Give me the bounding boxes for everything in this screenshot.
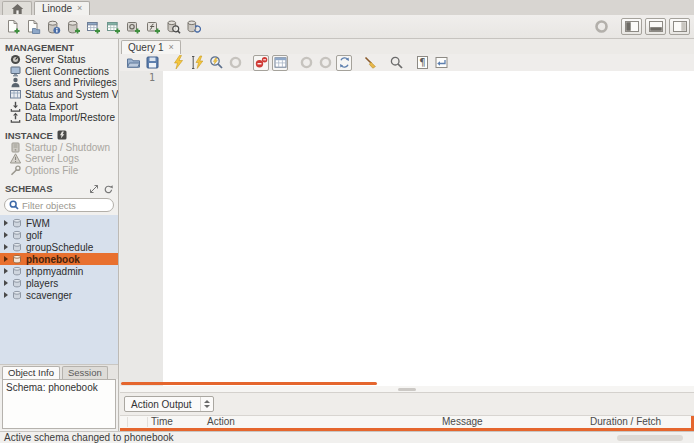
schema-row-players[interactable]: players xyxy=(0,277,118,289)
column-header-action[interactable]: Action xyxy=(207,416,235,428)
column-header-time[interactable]: Time xyxy=(151,416,173,428)
create-schema-button[interactable] xyxy=(64,18,81,36)
commit-button[interactable] xyxy=(298,55,314,71)
toggle-right-panel-button[interactable] xyxy=(669,18,690,35)
select-spinner[interactable] xyxy=(200,397,213,411)
open-file-button[interactable] xyxy=(125,55,141,71)
sidebar-item-users-privileges[interactable]: Users and Privileges xyxy=(0,77,118,89)
column-header-message[interactable]: Message xyxy=(442,416,483,428)
search-data-button[interactable] xyxy=(164,18,181,36)
schema-row-fwm[interactable]: FWM xyxy=(0,217,118,229)
schema-icon xyxy=(12,278,22,288)
schema-label: golf xyxy=(26,230,42,241)
wrap-text-button[interactable] xyxy=(433,55,449,71)
status-text: Active schema changed to phonebook xyxy=(4,432,174,443)
connection-tabbar: Linode × xyxy=(0,0,694,15)
schema-label: players xyxy=(26,278,58,289)
search-icon xyxy=(9,200,19,210)
column-header-duration[interactable]: Duration / Fetch xyxy=(590,416,661,428)
output-splitter[interactable] xyxy=(120,386,694,393)
create-view-icon xyxy=(105,19,121,35)
beautify-button[interactable] xyxy=(362,55,378,71)
management-header-label: MANAGEMENT xyxy=(5,42,74,53)
open-sql-script-button[interactable] xyxy=(24,18,41,36)
refresh-schemas-icon[interactable] xyxy=(103,184,113,194)
object-info-text: Schema: phonebook xyxy=(6,382,98,393)
splitter-grip-icon[interactable] xyxy=(398,388,416,391)
execute-current-button[interactable] xyxy=(189,55,205,71)
execute-button[interactable] xyxy=(170,55,186,71)
expander-icon[interactable] xyxy=(4,220,8,226)
tab-object-info[interactable]: Object Info xyxy=(2,366,60,379)
sidebar-item-startup-shutdown[interactable]: Startup / Shutdown xyxy=(0,142,118,154)
create-function-button[interactable] xyxy=(144,18,161,36)
rollback-button[interactable] xyxy=(317,55,333,71)
schema-icon xyxy=(12,242,22,252)
sidebar-item-label: Startup / Shutdown xyxy=(25,142,110,153)
schemas-header-label: SCHEMAS xyxy=(5,183,53,194)
expander-icon[interactable] xyxy=(4,292,8,298)
sql-editor[interactable]: 1 xyxy=(120,71,694,386)
sidebar-item-status-system-variables[interactable]: Status and System Variables xyxy=(0,89,118,101)
new-sql-tab-button[interactable] xyxy=(4,18,21,36)
expander-icon[interactable] xyxy=(4,232,8,238)
close-icon[interactable]: × xyxy=(169,43,174,52)
reconnect-button[interactable] xyxy=(184,18,201,36)
sidebar-item-data-import[interactable]: Data Import/Restore xyxy=(0,112,118,124)
object-info-panel: Schema: phonebook xyxy=(2,379,116,429)
sidebar-item-options-file[interactable]: Options File xyxy=(0,165,118,177)
chevron-down-icon xyxy=(204,405,210,408)
inspector-button[interactable] xyxy=(44,18,61,36)
open-sql-script-icon xyxy=(25,19,41,35)
management-section-header: MANAGEMENT xyxy=(0,39,118,54)
create-table-button[interactable] xyxy=(84,18,101,36)
instance-badge-icon xyxy=(57,130,67,140)
expander-icon[interactable] xyxy=(4,280,8,286)
toggle-left-panel-button[interactable] xyxy=(621,18,642,35)
expander-icon[interactable] xyxy=(4,256,8,262)
close-icon[interactable]: × xyxy=(77,4,82,13)
expander-icon[interactable] xyxy=(4,244,8,250)
autocommit-toggle[interactable] xyxy=(336,55,352,71)
sidebar-item-server-logs[interactable]: Server Logs xyxy=(0,153,118,165)
connection-tab-linode[interactable]: Linode × xyxy=(34,1,90,15)
wrap-text-icon xyxy=(434,55,449,70)
schema-row-golf[interactable]: golf xyxy=(0,229,118,241)
server-icon xyxy=(10,142,21,153)
expander-icon[interactable] xyxy=(4,268,8,274)
expand-schemas-icon[interactable] xyxy=(89,184,99,194)
schema-row-phpmyadmin[interactable]: phpmyadmin xyxy=(0,265,118,277)
tab-query-1[interactable]: Query 1 × xyxy=(121,40,181,54)
output-view-label: Action Output xyxy=(125,397,200,411)
schema-row-groupschedule[interactable]: groupSchedule xyxy=(0,241,118,253)
save-button[interactable] xyxy=(144,55,160,71)
schema-icon xyxy=(12,290,22,300)
stop-on-error-toggle[interactable] xyxy=(253,55,269,71)
instance-header-label: INSTANCE xyxy=(5,130,53,141)
explain-button[interactable] xyxy=(208,55,224,71)
find-button[interactable] xyxy=(388,55,404,71)
toggle-bottom-panel-icon xyxy=(649,21,663,32)
toggle-bottom-panel-button[interactable] xyxy=(645,18,666,35)
sidebar-item-server-status[interactable]: Server Status xyxy=(0,54,118,66)
sql-editor-canvas[interactable] xyxy=(163,71,694,386)
home-tab[interactable] xyxy=(2,1,32,15)
create-procedure-button[interactable] xyxy=(124,18,141,36)
tab-session[interactable]: Session xyxy=(62,366,108,379)
status-progress-pill xyxy=(617,435,683,441)
schema-row-scavenger[interactable]: scavenger xyxy=(0,289,118,301)
schema-filter-input[interactable] xyxy=(22,200,109,211)
sidebar-item-label: Data Import/Restore xyxy=(25,112,115,123)
reconnect-icon xyxy=(185,19,201,35)
limit-rows-toggle[interactable] xyxy=(272,55,288,71)
autocommit-icon xyxy=(337,55,352,70)
invisible-chars-button[interactable]: ¶ xyxy=(414,55,430,71)
sidebar-item-data-export[interactable]: Data Export xyxy=(0,100,118,112)
editor-horizontal-scrollbar[interactable] xyxy=(121,382,377,385)
sidebar-item-client-connections[interactable]: Client Connections xyxy=(0,66,118,78)
rollback-icon xyxy=(318,55,333,70)
create-view-button[interactable] xyxy=(104,18,121,36)
output-view-select[interactable]: Action Output xyxy=(124,396,214,412)
stop-button[interactable] xyxy=(227,55,243,71)
schema-row-phonebook[interactable]: phonebook xyxy=(0,253,118,265)
